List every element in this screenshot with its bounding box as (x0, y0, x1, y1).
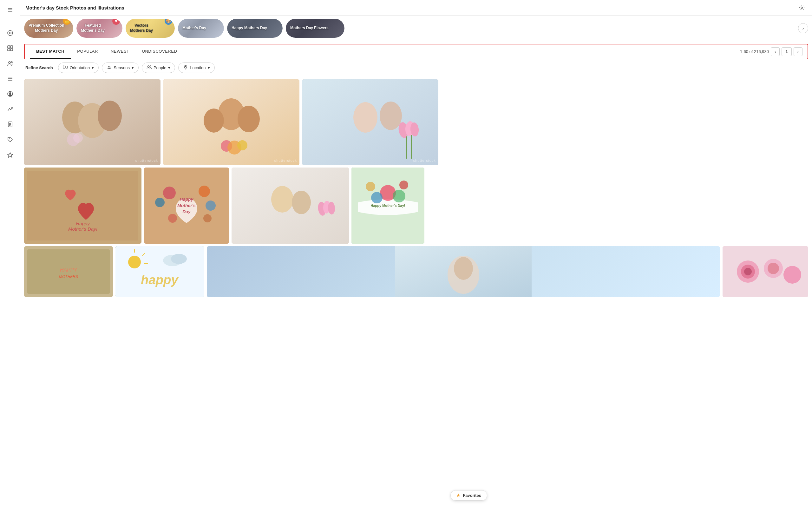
svg-rect-2 (8, 46, 10, 48)
document-icon[interactable] (4, 118, 16, 131)
people-chevron: ▾ (168, 65, 170, 70)
grid-item-4[interactable]: HappyMother's Day! (24, 168, 141, 244)
grid-row-2: HappyMother's Day! (24, 168, 808, 244)
svg-point-25 (150, 66, 151, 67)
tag-icon[interactable] (4, 133, 16, 146)
svg-point-55 (168, 214, 177, 223)
svg-point-42 (380, 102, 402, 130)
svg-point-87 (744, 268, 752, 275)
category-label-vectors: VectorsMothers Day (126, 23, 157, 33)
people-icon[interactable] (4, 57, 16, 70)
favorites-label: Favorites (463, 493, 481, 498)
people-filter-icon (146, 65, 151, 71)
svg-text:HAPPY: HAPPY (60, 267, 78, 273)
grid-item-5[interactable]: HappyMother'sDay (144, 168, 229, 244)
refine-label: Refine Search (25, 65, 53, 70)
watermark-1: shutterstock (135, 159, 158, 162)
menu-icon[interactable]: ☰ (4, 4, 16, 16)
tab-best-match[interactable]: BEST MATCH (30, 44, 71, 59)
category-pill-flowers[interactable]: Mothers Day Flowers (286, 19, 345, 38)
svg-point-54 (205, 201, 216, 211)
card-overlay-1: HappyMother's Day! (24, 168, 141, 244)
category-pill-featured[interactable]: ♥ FeaturedMother's Day (76, 19, 122, 38)
category-pill-happy[interactable]: Happy Mothers Day (227, 19, 283, 38)
bookmark-icon[interactable] (4, 149, 16, 161)
page-next-btn[interactable]: › (794, 47, 803, 56)
svg-point-79 (171, 254, 187, 264)
location-chevron: ▾ (208, 65, 210, 70)
image-icon[interactable] (4, 42, 16, 55)
svg-rect-3 (10, 46, 13, 48)
grid-item-6[interactable] (232, 168, 349, 244)
grid-item-7[interactable]: Happy Mother's Day! (352, 168, 424, 244)
category-strip: 👑 Premium CollectionMothers Day ♥ Featur… (20, 15, 812, 41)
category-label-flowers: Mothers Day Flowers (286, 26, 333, 31)
svg-point-56 (203, 214, 211, 222)
grid-item-9[interactable]: happy (116, 246, 204, 297)
svg-point-1 (9, 32, 11, 34)
category-label-happy: Happy Mothers Day (227, 26, 271, 31)
category-pill-mothers[interactable]: Mother's Day (178, 19, 224, 38)
pagination-count: 1-60 of 216,930 (740, 49, 769, 54)
svg-point-39 (237, 140, 247, 150)
pagination-area: 1-60 of 216,930 ‹ 1 › (740, 47, 803, 56)
svg-text:happy: happy (141, 273, 179, 287)
svg-rect-21 (66, 66, 68, 68)
grid-item-11[interactable] (723, 246, 808, 297)
refine-bar: Refine Search Orientation ▾ Seasons ▾ Pe… (20, 59, 812, 76)
filter-seasons[interactable]: Seasons ▾ (102, 62, 139, 73)
category-label-mothers: Mother's Day (178, 26, 210, 31)
orientation-label: Orientation (70, 65, 90, 70)
grid-item-1[interactable]: shutterstock (24, 79, 161, 165)
svg-point-89 (767, 263, 779, 274)
grid-item-8[interactable]: HAPPY MOTHERS (24, 246, 113, 297)
svg-point-6 (9, 62, 10, 63)
tab-undiscovered[interactable]: UNDISCOVERED (136, 44, 184, 59)
top-bar: Mother's day Stock Photos and Illustrati… (20, 0, 812, 15)
svg-point-74 (128, 256, 141, 268)
category-pill-vectors[interactable]: 🎨 VectorsMothers Day (126, 19, 175, 38)
svg-point-19 (801, 7, 803, 9)
svg-point-51 (163, 186, 176, 199)
svg-point-7 (11, 62, 12, 63)
page-number: 1 (782, 47, 792, 56)
analytics-icon[interactable] (4, 26, 16, 39)
grid-item-2[interactable]: shutterstock (163, 79, 299, 165)
svg-point-26 (185, 66, 186, 67)
grid-item-10[interactable] (207, 246, 720, 297)
svg-point-90 (784, 266, 801, 284)
category-next-btn[interactable]: › (798, 23, 808, 33)
main-content: Mother's day Stock Photos and Illustrati… (20, 0, 812, 507)
tab-popular[interactable]: POPULAR (71, 44, 104, 59)
svg-point-59 (292, 191, 311, 214)
filter-orientation[interactable]: Orientation ▾ (58, 62, 99, 73)
list-icon[interactable] (4, 72, 16, 85)
location-label: Location (190, 65, 205, 70)
grid-item-3[interactable]: shutterstock (302, 79, 438, 165)
svg-rect-4 (8, 49, 10, 51)
chart-icon[interactable] (4, 103, 16, 115)
filter-location[interactable]: Location ▾ (178, 62, 214, 73)
svg-point-24 (147, 66, 149, 67)
svg-point-0 (8, 31, 13, 36)
orientation-chevron: ▾ (92, 65, 94, 70)
grid-row-1: shutterstock (24, 79, 808, 165)
tab-newest[interactable]: NEWEST (104, 44, 136, 59)
svg-point-52 (155, 198, 165, 207)
circle-user-icon[interactable] (4, 88, 16, 100)
svg-point-32 (73, 133, 83, 143)
card-text-2: HappyMother'sDay (177, 196, 196, 215)
card-text-1: HappyMother's Day! (68, 221, 98, 232)
svg-point-35 (204, 109, 224, 133)
category-pill-premium[interactable]: 👑 Premium CollectionMothers Day (24, 19, 73, 38)
svg-point-66 (393, 190, 405, 203)
svg-point-53 (198, 186, 210, 197)
settings-icon[interactable] (797, 3, 807, 13)
svg-marker-18 (8, 153, 13, 157)
filter-people[interactable]: People ▾ (142, 62, 175, 73)
svg-point-12 (9, 92, 11, 94)
sidebar: ☰ (0, 0, 20, 507)
page-prev-btn[interactable]: ‹ (771, 47, 779, 56)
grid-row-3: HAPPY MOTHERS (24, 246, 808, 297)
favorites-button[interactable]: ★ Favorites (450, 490, 487, 501)
